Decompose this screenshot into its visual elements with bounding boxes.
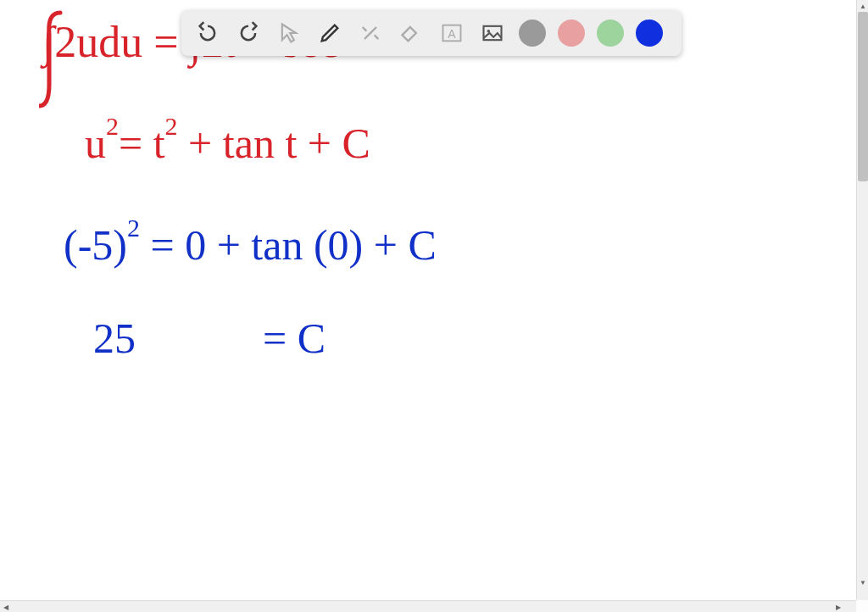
tools-button[interactable] <box>356 19 385 47</box>
pointer-icon <box>277 21 301 45</box>
color-pink-button[interactable] <box>558 19 585 47</box>
equation-line-4b: = C <box>263 314 326 363</box>
image-icon <box>481 21 504 45</box>
svg-text:A: A <box>448 27 456 41</box>
vertical-scrollbar[interactable]: ▲ ▼ <box>856 0 868 600</box>
svg-rect-2 <box>484 26 502 40</box>
textbox-icon: A <box>440 21 464 45</box>
scroll-left-icon[interactable]: ◀ <box>0 601 12 612</box>
tools-icon <box>359 21 382 45</box>
color-green-button[interactable] <box>597 19 624 47</box>
drawing-toolbar: A <box>181 10 682 56</box>
scroll-down-icon[interactable]: ▼ <box>857 576 868 588</box>
integral-bracket-icon <box>39 8 73 110</box>
pen-icon <box>318 21 342 45</box>
scroll-right-icon[interactable]: ▶ <box>832 601 844 612</box>
scroll-up-icon[interactable]: ▲ <box>857 0 868 12</box>
equation-line-2: u2= t2 + tan t + C <box>85 119 370 168</box>
vertical-scroll-thumb[interactable] <box>858 12 868 181</box>
color-blue-button[interactable] <box>636 19 663 47</box>
undo-button[interactable] <box>193 19 222 47</box>
redo-button[interactable] <box>234 19 263 47</box>
equation-line-4a: 25 <box>93 314 136 363</box>
color-gray-button[interactable] <box>519 19 546 47</box>
equation-line-3: (-5)2 = 0 + tan (0) + C <box>64 220 437 270</box>
redo-icon <box>236 21 260 45</box>
pointer-tool-button[interactable] <box>275 19 303 47</box>
horizontal-scrollbar[interactable]: ◀ ▶ <box>0 600 856 612</box>
eraser-icon <box>399 21 423 45</box>
whiteboard-canvas[interactable]: ∫2udu = ∫2t + sec u2= t2 + tan t + C (-5… <box>0 0 856 600</box>
image-tool-button[interactable] <box>478 19 507 47</box>
text-tool-button[interactable]: A <box>437 19 466 47</box>
undo-icon <box>196 21 220 45</box>
eraser-tool-button[interactable] <box>397 19 426 47</box>
pen-tool-button[interactable] <box>315 19 344 47</box>
